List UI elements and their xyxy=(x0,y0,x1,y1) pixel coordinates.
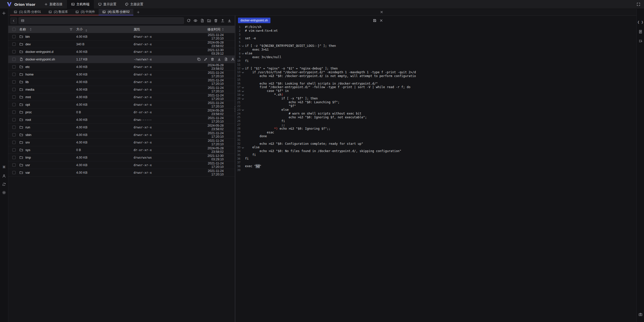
row-checkbox[interactable] xyxy=(12,126,16,129)
file-name[interactable]: mnt xyxy=(25,95,31,99)
menu-item[interactable]: 新建连接 xyxy=(40,0,67,9)
row-checkbox[interactable] xyxy=(12,111,16,114)
file-row[interactable]: media4.00 KBdrwxr-xr-x2021-11-24 17:20:1… xyxy=(8,86,235,93)
file-name[interactable]: usr xyxy=(25,163,30,167)
file-name[interactable]: root xyxy=(25,118,31,122)
permission-icon[interactable] xyxy=(231,57,235,61)
filter-icon[interactable] xyxy=(69,28,73,31)
file-row[interactable]: sys0 Bdr-xr-xr-x2024-05-28 23:58:02 xyxy=(8,146,235,154)
new-tab-button[interactable] xyxy=(137,11,140,14)
menu-item[interactable]: 主机终端 xyxy=(67,0,94,9)
row-checkbox[interactable] xyxy=(12,95,16,99)
file-row[interactable]: lib4.00 KBdrwxr-xr-x2021-11-24 17:20:10 xyxy=(8,78,235,86)
fold-chevron-icon[interactable] xyxy=(240,94,245,96)
delete-icon[interactable] xyxy=(211,57,214,61)
select-all-checkbox[interactable] xyxy=(12,28,16,31)
row-checkbox[interactable] xyxy=(12,118,16,121)
file-row[interactable]: var4.00 KBdrwxr-xr-x2021-11-24 17:20:10 xyxy=(8,169,235,176)
file-name[interactable]: srv xyxy=(25,140,30,144)
fullscreen-icon[interactable] xyxy=(636,2,640,6)
upload-icon[interactable] xyxy=(220,18,225,23)
screenshot-icon[interactable] xyxy=(637,312,644,316)
file-row[interactable]: etc4.00 KBdrwxr-xr-x2024-05-28 23:58:02 xyxy=(8,63,235,71)
copy-icon[interactable] xyxy=(197,57,201,61)
row-checkbox[interactable] xyxy=(12,171,16,174)
fold-chevron-icon[interactable] xyxy=(240,98,245,99)
row-checkbox[interactable] xyxy=(12,88,16,91)
editor-file-chip[interactable]: docker-entrypoint.sh xyxy=(238,18,270,23)
terminal-tab[interactable]: (2) 数据库 xyxy=(45,9,72,15)
fold-chevron-icon[interactable] xyxy=(240,45,245,47)
file-name[interactable]: dev xyxy=(25,42,31,46)
row-checkbox[interactable] xyxy=(12,103,16,106)
file-row[interactable]: mnt4.00 KBdrwxr-xr-x2021-11-24 17:20:10 xyxy=(8,93,235,101)
file-row[interactable]: opt4.00 KBdrwxr-xr-x2021-11-24 17:20:10 xyxy=(8,101,235,109)
file-name[interactable]: sbin xyxy=(25,133,31,137)
row-checkbox[interactable] xyxy=(12,65,16,68)
move-icon[interactable] xyxy=(224,57,228,61)
row-checkbox[interactable] xyxy=(12,148,16,152)
file-name[interactable]: media xyxy=(25,88,34,91)
sort-name-icon[interactable] xyxy=(30,28,31,31)
download-icon[interactable] xyxy=(227,18,232,23)
file-row[interactable]: home4.00 KBdrwxr-xr-x2021-11-24 17:20:10 xyxy=(8,71,235,78)
row-checkbox[interactable] xyxy=(12,35,16,38)
save-icon[interactable] xyxy=(373,19,377,22)
file-row[interactable]: run4.00 KBdrwxr-xr-x2024-05-28 23:58:02 xyxy=(8,124,235,131)
preview-icon[interactable] xyxy=(193,18,198,23)
file-name[interactable]: run xyxy=(25,125,30,129)
sync-icon[interactable] xyxy=(2,182,6,186)
tabbar-close-icon[interactable] xyxy=(380,10,383,14)
file-name[interactable]: docker-entrypoint.sh xyxy=(25,57,55,61)
sort-size-icon[interactable] xyxy=(86,29,87,32)
file-name[interactable]: var xyxy=(25,171,30,174)
code-area[interactable]: 1#!/bin/sh2# vim:sw=4:ts=4:et34set -e56i… xyxy=(235,25,636,322)
fold-chevron-icon[interactable] xyxy=(240,147,245,148)
user-icon[interactable] xyxy=(2,174,6,178)
command-icon[interactable]: ⌘ xyxy=(3,165,6,170)
fold-chevron-icon[interactable] xyxy=(240,109,245,111)
fold-chevron-icon[interactable] xyxy=(240,71,245,73)
file-name[interactable]: home xyxy=(25,73,34,76)
col-modified-label[interactable]: 修改时间 xyxy=(207,27,220,32)
file-row[interactable]: docker-entrypoint.sh1.17 KB-rwxrwxr-x xyxy=(8,56,235,63)
fold-chevron-icon[interactable] xyxy=(240,68,245,69)
terminal-tab[interactable]: (3) 中间件 xyxy=(72,9,99,15)
file-row[interactable]: bin4.00 KBdrwxr-xr-x2021-11-24 17:20:10 xyxy=(8,33,235,41)
close-icon[interactable] xyxy=(379,19,383,22)
file-name[interactable]: opt xyxy=(25,103,30,106)
goto-line-icon[interactable] xyxy=(638,39,642,43)
row-checkbox[interactable] xyxy=(12,156,16,159)
fold-chevron-icon[interactable] xyxy=(240,53,245,54)
download-icon[interactable] xyxy=(217,57,221,61)
row-checkbox[interactable] xyxy=(12,133,16,136)
file-row[interactable]: dev340 Bdrwxr-xr-x2024-05-28 23:58:02 xyxy=(8,41,235,48)
edit-icon[interactable] xyxy=(204,57,208,61)
row-checkbox[interactable] xyxy=(12,43,16,46)
file-name[interactable]: sys xyxy=(25,148,30,152)
file-row[interactable]: srv4.00 KBdrwxr-xr-x2021-11-24 17:20:10 xyxy=(8,139,235,146)
settings-icon[interactable] xyxy=(2,191,6,195)
menu-item[interactable]: 显示设置 xyxy=(94,0,121,9)
file-row[interactable]: sbin4.00 KBdrwxr-xr-x2021-11-24 17:20:10 xyxy=(8,131,235,139)
delete-icon[interactable] xyxy=(214,18,218,23)
file-row[interactable]: proc0 Bdr-xr-xr-x2024-05-28 23:58:02 xyxy=(8,109,235,116)
file-name[interactable]: proc xyxy=(25,110,32,114)
file-row[interactable]: root4.00 KBdrwx------2021-11-24 17:20:10 xyxy=(8,116,235,124)
file-row[interactable]: docker-entrypoint.d4.00 KBdrwxr-xr-x2021… xyxy=(8,48,235,56)
menu-item[interactable]: 主题设置 xyxy=(121,0,148,9)
row-checkbox[interactable] xyxy=(12,80,16,84)
sort-modified-icon[interactable] xyxy=(222,28,224,31)
new-connection-button[interactable] xyxy=(2,11,6,15)
file-row[interactable]: usr4.00 KBdrwxr-xr-x2021-11-24 17:20:10 xyxy=(8,161,235,169)
row-checkbox[interactable] xyxy=(12,163,16,167)
terminal-tab[interactable]: (1) 应用-分析01 xyxy=(10,9,45,15)
file-name[interactable]: tmp xyxy=(25,156,31,159)
new-folder-icon[interactable] xyxy=(207,18,211,23)
fold-chevron-icon[interactable] xyxy=(240,87,245,88)
col-size-label[interactable]: 大小 xyxy=(76,27,83,31)
braces-icon[interactable]: { } xyxy=(637,20,643,24)
terminal-tab[interactable]: (4) 应用-分析02 xyxy=(99,9,133,15)
refresh-icon[interactable] xyxy=(186,18,191,23)
row-checkbox[interactable] xyxy=(12,141,16,144)
